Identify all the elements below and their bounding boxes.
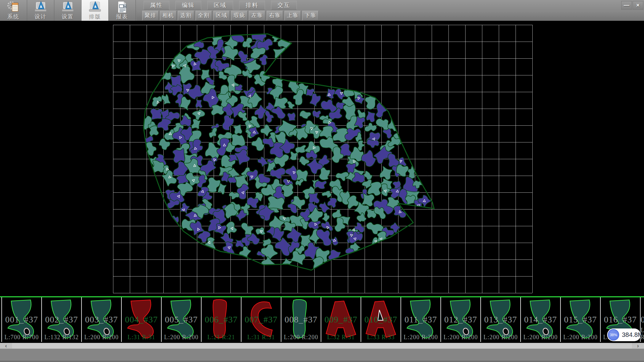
piece-shape: [441, 297, 480, 342]
piece-shape: [321, 297, 361, 342]
module-layout[interactable]: 排版: [82, 0, 109, 21]
menu-tab-region[interactable]: 区域: [207, 1, 233, 10]
menu-tab-interaction[interactable]: 交互: [271, 1, 297, 10]
memory-percent: 38%: [610, 333, 617, 337]
thumbnail-item-011_#37[interactable]: 011_#37L:200 R:200: [401, 297, 441, 342]
tool-button-cluster-nest[interactable]: 聚排: [142, 11, 159, 20]
module-bar: 系统 设计 设置 排版 报表: [0, 0, 136, 21]
tool-button-region[interactable]: 区域: [213, 11, 230, 20]
menu-row: 属性 编辑 区域 排料 交互: [137, 0, 644, 10]
close-button[interactable]: ×: [633, 1, 643, 10]
window-controls: — ×: [621, 1, 643, 10]
piece-shape: [202, 297, 241, 342]
scroll-right-button[interactable]: ›: [632, 343, 644, 349]
module-system[interactable]: 系统: [0, 0, 27, 21]
tool-button-camera[interactable]: 相机: [160, 11, 176, 20]
design-ruler-icon: [34, 0, 47, 14]
scroll-left-button[interactable]: ‹: [0, 343, 12, 349]
piece-shape: [281, 297, 321, 342]
minimize-button[interactable]: —: [621, 1, 632, 10]
thumbnail-item-006_#37[interactable]: 006_#37L:21 R:21: [202, 297, 241, 342]
piece-shape: [401, 297, 440, 342]
thumbnail-item-002_#37[interactable]: 002_#37L:132 R:132: [42, 297, 82, 342]
thumbnail-item-004_#37[interactable]: 004_#37L:31 R:31: [122, 297, 162, 342]
report-icon: [115, 0, 129, 14]
tool-button-align-bottom[interactable]: 下靠: [302, 11, 319, 20]
thumbnail-item-015_#37[interactable]: 015_#37L:200 R:200: [561, 297, 601, 342]
tool-button-align-right[interactable]: 右靠: [267, 11, 283, 20]
nesting-canvas[interactable]: [0, 21, 644, 296]
piece-shape: [42, 297, 81, 342]
memory-badge[interactable]: 38% 384.8M: [607, 328, 641, 341]
piece-shape: [521, 297, 560, 342]
memory-value: 384.8M: [622, 328, 643, 341]
gear-icon: [7, 0, 20, 14]
settings-ruler-icon: [61, 0, 74, 14]
module-label: 排版: [89, 14, 101, 20]
thumbnail-item-003_#37[interactable]: 003_#37L:200 R:200: [82, 297, 122, 342]
thumbnail-item-013_#37[interactable]: 013_#37L:200 R:200: [481, 297, 521, 342]
tool-button-align-top[interactable]: 上靠: [284, 11, 301, 20]
module-label: 系统: [7, 14, 19, 20]
menu-tab-properties[interactable]: 属性: [144, 1, 169, 10]
thumbnail-item-001_#37[interactable]: 001_#37L:700 R:700: [1, 297, 42, 342]
tool-button-cut-all[interactable]: 全割: [196, 11, 212, 20]
module-settings[interactable]: 设置: [54, 0, 82, 21]
tool-row: 聚排 相机 选割 全割 区域 瑕疵 左靠 右靠 上靠 下靠: [137, 10, 644, 21]
piece-shape: [481, 297, 520, 342]
thumbnail-item-007_#37[interactable]: 007_#37L:31 R:31: [241, 297, 281, 342]
piece-shape: [561, 297, 600, 342]
layout-ruler-icon: [88, 0, 102, 14]
tool-button-align-left[interactable]: 左靠: [249, 11, 265, 20]
menu-tab-edit[interactable]: 编辑: [175, 1, 201, 10]
tool-button-defect[interactable]: 瑕疵: [231, 11, 248, 20]
toolbar: 系统 设计 设置 排版 报表 属性 编辑: [0, 0, 644, 21]
status-bar: [0, 349, 644, 362]
piece-shape: [82, 297, 121, 342]
thumbnail-strip: 001_#37L:700 R:700002_#37L:132 R:132003_…: [0, 296, 644, 342]
thumbnail-item-010_#37[interactable]: 010_#37L:33 R:33: [361, 297, 401, 342]
thumbnail-item-008_#37[interactable]: 008_#37L:200 R:200: [281, 297, 321, 342]
piece-shape: [241, 297, 281, 342]
module-label: 设计: [35, 14, 47, 20]
menu-tab-nesting[interactable]: 排料: [239, 1, 265, 10]
memory-percent-circle: 38%: [608, 329, 619, 341]
piece-shape: [162, 297, 201, 342]
piece-shape: [122, 297, 161, 342]
module-label: 设置: [62, 14, 74, 20]
module-design[interactable]: 设计: [27, 0, 54, 21]
thumbnail-item-012_#37[interactable]: 012_#37L:200 R:200: [441, 297, 481, 342]
module-label: 报表: [116, 14, 128, 20]
thumbnail-item-005_#37[interactable]: 005_#37L:200 R:200: [162, 297, 202, 342]
module-report[interactable]: 报表: [109, 0, 136, 21]
thumbnail-item-009_#37[interactable]: 009_#37L:32 R:31: [321, 297, 361, 342]
tool-button-select-cut[interactable]: 选割: [178, 11, 194, 20]
piece-shape: [2, 297, 41, 342]
thumbnail-item-014_#37[interactable]: 014_#37L:200 R:200: [521, 297, 561, 342]
piece-shape: [361, 297, 400, 342]
horizontal-scrollbar[interactable]: ‹ ›: [0, 343, 644, 349]
